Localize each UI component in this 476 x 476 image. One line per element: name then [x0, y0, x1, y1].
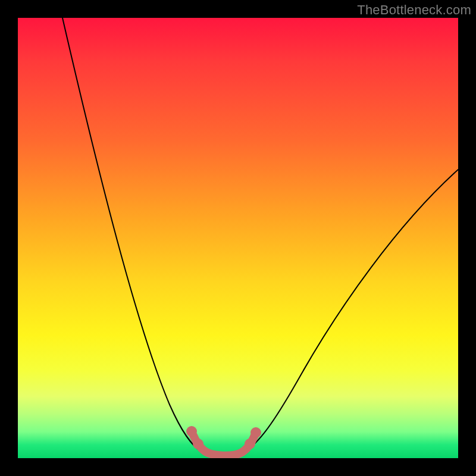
bottleneck-curve	[18, 18, 458, 458]
trough-marker-dot-right2	[245, 439, 255, 449]
plot-area	[18, 18, 458, 458]
trough-marker-dot-right	[250, 427, 261, 438]
trough-marker-dot-left2	[193, 439, 203, 449]
watermark-label: TheBottleneck.com	[357, 2, 471, 18]
trough-marker-dot-left	[186, 426, 197, 437]
curve-left-branch	[62, 18, 202, 452]
curve-right-branch	[244, 170, 458, 452]
chart-frame: TheBottleneck.com	[0, 0, 476, 476]
